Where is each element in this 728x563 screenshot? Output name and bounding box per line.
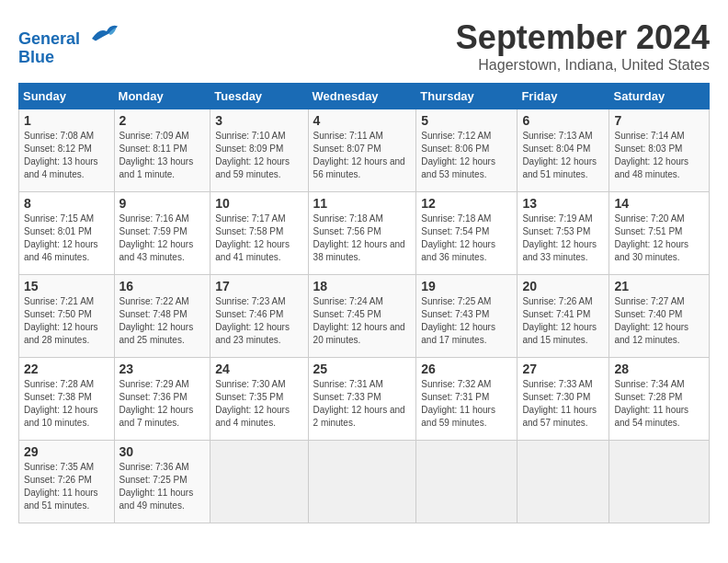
day-number: 9 (119, 196, 206, 211)
calendar-cell: 13 Sunrise: 7:19 AMSunset: 7:53 PMDaylig… (518, 192, 609, 275)
day-info: Sunrise: 7:31 AMSunset: 7:33 PMDaylight:… (313, 378, 412, 430)
day-info: Sunrise: 7:19 AMSunset: 7:53 PMDaylight:… (522, 213, 604, 264)
day-info: Sunrise: 7:09 AMSunset: 8:11 PMDaylight:… (119, 130, 206, 181)
day-info: Sunrise: 7:16 AMSunset: 7:59 PMDaylight:… (119, 213, 206, 264)
day-number: 28 (614, 362, 704, 376)
calendar-cell: 20 Sunrise: 7:26 AMSunset: 7:41 PMDaylig… (518, 275, 609, 358)
calendar-cell: 27 Sunrise: 7:33 AMSunset: 7:30 PMDaylig… (518, 358, 609, 441)
calendar-cell: 24 Sunrise: 7:30 AMSunset: 7:35 PMDaylig… (210, 358, 308, 441)
day-info: Sunrise: 7:25 AMSunset: 7:43 PMDaylight:… (421, 295, 512, 347)
day-number: 11 (313, 196, 412, 211)
calendar-cell: 11 Sunrise: 7:18 AMSunset: 7:56 PMDaylig… (308, 192, 416, 275)
day-info: Sunrise: 7:08 AMSunset: 8:12 PMDaylight:… (24, 130, 109, 181)
day-number: 23 (119, 362, 206, 376)
day-info: Sunrise: 7:27 AMSunset: 7:40 PMDaylight:… (614, 295, 704, 347)
header-friday: Friday (518, 84, 609, 109)
calendar-cell: 19 Sunrise: 7:25 AMSunset: 7:43 PMDaylig… (416, 275, 518, 358)
day-number: 14 (614, 196, 704, 211)
day-number: 2 (119, 113, 206, 128)
day-number: 4 (313, 113, 412, 128)
day-number: 21 (614, 279, 704, 293)
calendar-cell: 22 Sunrise: 7:28 AMSunset: 7:38 PMDaylig… (19, 358, 115, 441)
day-number: 5 (421, 113, 512, 128)
calendar-cell: 30 Sunrise: 7:36 AMSunset: 7:25 PMDaylig… (114, 441, 210, 523)
day-info: Sunrise: 7:23 AMSunset: 7:46 PMDaylight:… (215, 295, 302, 347)
day-number: 30 (119, 444, 206, 459)
calendar-cell: 16 Sunrise: 7:22 AMSunset: 7:48 PMDaylig… (114, 275, 210, 358)
day-number: 18 (313, 279, 412, 293)
calendar-cell: 4 Sunrise: 7:11 AMSunset: 8:07 PMDayligh… (308, 109, 416, 192)
day-info: Sunrise: 7:36 AMSunset: 7:25 PMDaylight:… (119, 461, 206, 512)
day-number: 17 (215, 279, 302, 293)
day-info: Sunrise: 7:34 AMSunset: 7:28 PMDaylight:… (614, 378, 704, 430)
calendar-cell: 9 Sunrise: 7:16 AMSunset: 7:59 PMDayligh… (114, 192, 210, 275)
calendar-cell: 6 Sunrise: 7:13 AMSunset: 8:04 PMDayligh… (518, 109, 609, 192)
day-number: 7 (614, 113, 704, 128)
day-number: 24 (215, 362, 302, 376)
logo-blue: Blue (18, 48, 54, 66)
title-section: September 2024 Hagerstown, Indiana, Unit… (456, 18, 710, 74)
day-number: 1 (24, 113, 109, 128)
day-info: Sunrise: 7:18 AMSunset: 7:54 PMDaylight:… (421, 213, 512, 264)
day-info: Sunrise: 7:30 AMSunset: 7:35 PMDaylight:… (215, 378, 302, 430)
calendar-cell: 18 Sunrise: 7:24 AMSunset: 7:45 PMDaylig… (308, 275, 416, 358)
month-title: September 2024 (456, 18, 710, 57)
calendar-cell: 23 Sunrise: 7:29 AMSunset: 7:36 PMDaylig… (114, 358, 210, 441)
day-info: Sunrise: 7:21 AMSunset: 7:50 PMDaylight:… (24, 295, 109, 347)
calendar-cell (416, 441, 518, 523)
header-tuesday: Tuesday (210, 84, 308, 109)
calendar-header-row: SundayMondayTuesdayWednesdayThursdayFrid… (19, 84, 710, 109)
calendar-week-row: 8 Sunrise: 7:15 AMSunset: 8:01 PMDayligh… (19, 192, 710, 275)
day-info: Sunrise: 7:24 AMSunset: 7:45 PMDaylight:… (313, 295, 412, 347)
calendar-cell: 14 Sunrise: 7:20 AMSunset: 7:51 PMDaylig… (609, 192, 710, 275)
calendar-cell: 7 Sunrise: 7:14 AMSunset: 8:03 PMDayligh… (609, 109, 710, 192)
calendar-cell: 2 Sunrise: 7:09 AMSunset: 8:11 PMDayligh… (114, 109, 210, 192)
day-info: Sunrise: 7:33 AMSunset: 7:30 PMDaylight:… (522, 378, 604, 430)
day-info: Sunrise: 7:35 AMSunset: 7:26 PMDaylight:… (24, 461, 109, 512)
day-number: 29 (24, 444, 109, 459)
header-wednesday: Wednesday (308, 84, 416, 109)
day-number: 25 (313, 362, 412, 376)
day-number: 27 (522, 362, 604, 376)
header-monday: Monday (114, 84, 210, 109)
header-saturday: Saturday (609, 84, 710, 109)
day-number: 22 (24, 362, 109, 376)
header-thursday: Thursday (416, 84, 518, 109)
calendar-week-row: 22 Sunrise: 7:28 AMSunset: 7:38 PMDaylig… (19, 358, 710, 441)
page-header: General Blue September 2024 Hagerstown, … (18, 18, 710, 74)
day-number: 20 (522, 279, 604, 293)
day-number: 19 (421, 279, 512, 293)
day-info: Sunrise: 7:15 AMSunset: 8:01 PMDaylight:… (24, 213, 109, 264)
location-title: Hagerstown, Indiana, United States (456, 57, 710, 74)
calendar-week-row: 1 Sunrise: 7:08 AMSunset: 8:12 PMDayligh… (19, 109, 710, 192)
logo: General Blue (18, 18, 118, 67)
calendar-cell: 15 Sunrise: 7:21 AMSunset: 7:50 PMDaylig… (19, 275, 115, 358)
calendar-cell: 25 Sunrise: 7:31 AMSunset: 7:33 PMDaylig… (308, 358, 416, 441)
calendar-cell: 1 Sunrise: 7:08 AMSunset: 8:12 PMDayligh… (19, 109, 115, 192)
header-sunday: Sunday (19, 84, 115, 109)
day-number: 13 (522, 196, 604, 211)
calendar-cell: 17 Sunrise: 7:23 AMSunset: 7:46 PMDaylig… (210, 275, 308, 358)
calendar-cell: 12 Sunrise: 7:18 AMSunset: 7:54 PMDaylig… (416, 192, 518, 275)
day-info: Sunrise: 7:14 AMSunset: 8:03 PMDaylight:… (614, 130, 704, 181)
day-info: Sunrise: 7:28 AMSunset: 7:38 PMDaylight:… (24, 378, 109, 430)
day-info: Sunrise: 7:29 AMSunset: 7:36 PMDaylight:… (119, 378, 206, 430)
day-info: Sunrise: 7:18 AMSunset: 7:56 PMDaylight:… (313, 213, 412, 264)
day-info: Sunrise: 7:17 AMSunset: 7:58 PMDaylight:… (215, 213, 302, 264)
calendar-cell (518, 441, 609, 523)
calendar-week-row: 15 Sunrise: 7:21 AMSunset: 7:50 PMDaylig… (19, 275, 710, 358)
calendar-cell: 21 Sunrise: 7:27 AMSunset: 7:40 PMDaylig… (609, 275, 710, 358)
day-number: 26 (421, 362, 512, 376)
calendar-cell: 29 Sunrise: 7:35 AMSunset: 7:26 PMDaylig… (19, 441, 115, 523)
calendar-week-row: 29 Sunrise: 7:35 AMSunset: 7:26 PMDaylig… (19, 441, 710, 523)
day-info: Sunrise: 7:22 AMSunset: 7:48 PMDaylight:… (119, 295, 206, 347)
logo-general: General (18, 29, 80, 48)
day-number: 3 (215, 113, 302, 128)
logo-bird-icon (88, 18, 118, 44)
day-info: Sunrise: 7:12 AMSunset: 8:06 PMDaylight:… (421, 130, 512, 181)
day-number: 6 (522, 113, 604, 128)
day-number: 12 (421, 196, 512, 211)
day-number: 8 (24, 196, 109, 211)
day-info: Sunrise: 7:11 AMSunset: 8:07 PMDaylight:… (313, 130, 412, 181)
calendar-cell (609, 441, 710, 523)
